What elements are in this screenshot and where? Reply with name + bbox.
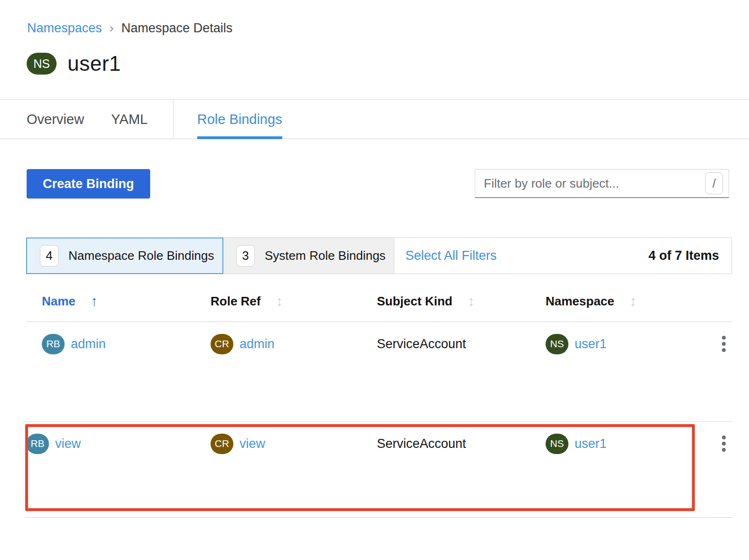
namespace-badge: NS xyxy=(546,434,568,454)
role-binding-badge: RB xyxy=(42,334,65,354)
namespace-link[interactable]: user1 xyxy=(575,437,607,451)
toolbar: Create Binding / xyxy=(27,169,729,199)
tab-bar: Overview YAML Role Bindings xyxy=(0,99,749,139)
cell-namespace: NS user1 xyxy=(546,332,713,355)
breadcrumb-link-namespaces[interactable]: Namespaces xyxy=(27,21,102,36)
breadcrumb-separator-icon: › xyxy=(110,21,114,36)
sort-both-icon: ↕ xyxy=(468,293,475,309)
cell-subject-kind: ServiceAccount xyxy=(377,332,546,355)
column-header-role-ref[interactable]: Role Ref ↕ xyxy=(211,293,377,309)
tab-overview[interactable]: Overview xyxy=(27,100,84,139)
cluster-role-link[interactable]: admin xyxy=(240,337,275,351)
tab-divider xyxy=(173,100,173,139)
cell-name: RB view xyxy=(26,432,211,455)
sort-both-icon: ↕ xyxy=(630,293,637,309)
table-header-row: Name ↑ Role Ref ↕ Subject Kind ↕ Namespa… xyxy=(26,274,732,322)
keyboard-shortcut-hint: / xyxy=(705,172,723,194)
role-binding-link[interactable]: admin xyxy=(71,337,106,351)
tab-role-bindings[interactable]: Role Bindings xyxy=(197,100,282,139)
chip-count-badge: 3 xyxy=(236,245,255,266)
column-header-subject-kind[interactable]: Subject Kind ↕ xyxy=(377,293,546,309)
column-label: Subject Kind xyxy=(377,294,452,309)
create-binding-button[interactable]: Create Binding xyxy=(27,169,150,199)
cell-role-ref: CR admin xyxy=(211,332,377,355)
filter-chip-system-role-bindings[interactable]: 3 System Role Bindings xyxy=(223,238,394,274)
filter-bar: 4 Namespace Role Bindings 3 System Role … xyxy=(26,237,732,274)
role-bindings-table: Name ↑ Role Ref ↕ Subject Kind ↕ Namespa… xyxy=(26,274,732,518)
column-label: Role Ref xyxy=(211,294,260,309)
breadcrumb: Namespaces › Namespace Details xyxy=(27,21,749,36)
chip-label: System Role Bindings xyxy=(265,248,385,263)
namespace-badge: NS xyxy=(27,53,57,75)
cell-subject-kind: ServiceAccount xyxy=(377,432,546,455)
tab-yaml[interactable]: YAML xyxy=(111,100,148,139)
chip-label: Namespace Role Bindings xyxy=(68,248,214,263)
table-row: RB admin CR admin ServiceAccount NS user… xyxy=(26,322,732,422)
filter-input[interactable] xyxy=(484,176,705,191)
namespace-link[interactable]: user1 xyxy=(575,337,607,351)
chip-count-badge: 4 xyxy=(40,245,58,266)
page-title: user1 xyxy=(67,52,121,76)
select-all-filters-link[interactable]: Select All Filters xyxy=(405,248,497,263)
table-row: RB view CR view ServiceAccount NS user1 xyxy=(26,422,732,518)
subject-kind-value: ServiceAccount xyxy=(377,337,466,351)
subject-kind-value: ServiceAccount xyxy=(377,437,466,451)
namespace-badge: NS xyxy=(546,334,568,354)
cluster-role-badge: CR xyxy=(211,434,233,454)
sort-both-icon: ↕ xyxy=(276,293,283,309)
cell-name: RB admin xyxy=(26,332,211,355)
page-title-row: NS user1 xyxy=(27,52,749,76)
items-count: 4 of 7 Items xyxy=(648,248,719,263)
kebab-menu-button[interactable] xyxy=(714,332,733,355)
sort-ascending-icon: ↑ xyxy=(91,293,98,309)
role-binding-link[interactable]: view xyxy=(55,437,81,451)
cell-namespace: NS user1 xyxy=(546,432,713,455)
breadcrumb-current: Namespace Details xyxy=(121,21,232,36)
cluster-role-badge: CR xyxy=(211,334,233,354)
cell-role-ref: CR view xyxy=(211,432,377,455)
kebab-menu-button[interactable] xyxy=(714,432,733,455)
cluster-role-link[interactable]: view xyxy=(240,437,265,451)
role-binding-badge: RB xyxy=(26,434,49,454)
column-label: Name xyxy=(42,294,76,309)
column-header-name[interactable]: Name ↑ xyxy=(26,293,211,309)
filter-input-wrapper: / xyxy=(475,169,729,198)
column-header-namespace[interactable]: Namespace ↕ xyxy=(546,293,713,309)
filter-chip-namespace-role-bindings[interactable]: 4 Namespace Role Bindings xyxy=(26,237,223,274)
column-label: Namespace xyxy=(546,294,615,309)
